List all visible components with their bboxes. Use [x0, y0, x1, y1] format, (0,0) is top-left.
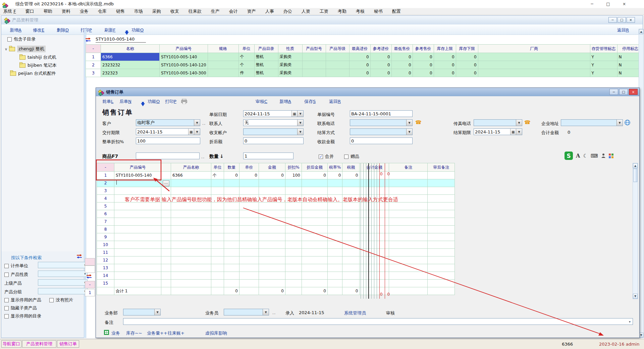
- column-header[interactable]: 性质: [278, 45, 302, 53]
- dropdown-icon[interactable]: ▼: [297, 129, 303, 135]
- table-cell[interactable]: 整机: [254, 61, 278, 69]
- checkbox-icon[interactable]: [4, 314, 9, 318]
- phone-icon[interactable]: ☎: [524, 119, 531, 125]
- product-window-titlebar[interactable]: 产品资料管理: [1, 16, 643, 24]
- table-cell[interactable]: [326, 53, 349, 61]
- scroll-up-button[interactable]: ▲: [633, 163, 638, 168]
- grid-cell[interactable]: [239, 187, 259, 195]
- grid-cell[interactable]: [302, 202, 328, 210]
- grid-cell[interactable]: [285, 264, 302, 272]
- menu-item[interactable]: 窗口: [25, 8, 39, 14]
- table-cell[interactable]: 采购类: [278, 69, 302, 77]
- grid-cell[interactable]: [428, 202, 455, 210]
- grid-cell[interactable]: [285, 280, 302, 287]
- grid-cell[interactable]: [285, 256, 302, 264]
- grid-row[interactable]: 14: [97, 272, 455, 280]
- tree-expand-icon[interactable]: ∨: [5, 47, 7, 51]
- grid-cell[interactable]: [328, 210, 342, 218]
- table-cell[interactable]: 件: [238, 69, 254, 77]
- grid-cell[interactable]: [285, 202, 302, 210]
- table-cell[interactable]: 0: [434, 61, 456, 69]
- table-cell[interactable]: STY1010-005-140-300: [160, 69, 208, 77]
- footer-link-virtual[interactable]: 虚拟库影响: [205, 330, 227, 336]
- grid-cell[interactable]: [239, 256, 259, 264]
- grid-cell[interactable]: [224, 187, 239, 195]
- grid-cell[interactable]: [259, 218, 285, 226]
- menu-item[interactable]: 办公: [283, 8, 297, 14]
- grid-cell[interactable]: [114, 179, 161, 187]
- table-cell[interactable]: 232323: [101, 69, 160, 77]
- grid-cell[interactable]: [259, 256, 285, 264]
- grid-cell[interactable]: [239, 202, 259, 210]
- dialog-minimize-button[interactable]: ─: [609, 89, 618, 95]
- grid-row[interactable]: 5: [97, 202, 455, 210]
- table-cell[interactable]: Y: [590, 61, 617, 69]
- grid-row-number[interactable]: 12: [97, 256, 114, 264]
- column-header[interactable]: 存货管理标志: [590, 45, 617, 53]
- grid-cell[interactable]: [285, 233, 302, 241]
- grid-cell[interactable]: [114, 264, 161, 272]
- column-header[interactable]: 厂商: [478, 45, 590, 53]
- grid-cell[interactable]: [171, 226, 211, 233]
- grid-cell[interactable]: [285, 218, 302, 226]
- grid-cell[interactable]: [224, 280, 239, 287]
- close-button[interactable]: ×: [616, 0, 632, 8]
- dropdown-icon[interactable]: ▼: [263, 309, 269, 315]
- grid-cell[interactable]: [389, 233, 428, 241]
- grid-cell[interactable]: [161, 241, 171, 249]
- menu-item[interactable]: 工资: [320, 8, 333, 14]
- function-button[interactable]: 功能O: [131, 27, 144, 33]
- grid-row[interactable]: 13: [97, 264, 455, 272]
- search-condition-combo[interactable]: ▾: [38, 288, 88, 294]
- grid-cell[interactable]: [302, 249, 328, 256]
- grid-cell[interactable]: [171, 272, 211, 280]
- grid-cell[interactable]: [342, 256, 360, 264]
- grid-cell[interactable]: 0: [328, 172, 342, 179]
- grid-row[interactable]: 6: [97, 210, 455, 218]
- edit-button[interactable]: 修改E: [33, 27, 44, 33]
- grid-cell[interactable]: [328, 179, 342, 187]
- address-combo[interactable]: ▼: [561, 119, 623, 126]
- column-header[interactable]: 产品目录: [254, 45, 278, 53]
- gift-checkbox[interactable]: 赠品: [344, 154, 359, 160]
- menu-item[interactable]: 市场: [134, 8, 148, 14]
- lookup-button[interactable]: …: [163, 180, 169, 186]
- grid-cell[interactable]: [161, 226, 171, 233]
- grid-cell[interactable]: [161, 202, 171, 210]
- table-cell[interactable]: 6366: [101, 53, 160, 61]
- grid-cell[interactable]: [389, 272, 428, 280]
- table-cell[interactable]: 2323232: [101, 61, 160, 69]
- search-option-checkbox[interactable]: 显示停用的目录: [4, 313, 41, 319]
- globe-icon[interactable]: [625, 120, 630, 125]
- grid-cell[interactable]: 个: [211, 172, 224, 179]
- grid-cell[interactable]: [224, 210, 239, 218]
- grid-cell[interactable]: STY1010-005-140: [114, 172, 161, 179]
- grid-row-number[interactable]: 8: [97, 226, 114, 233]
- grid-cell[interactable]: [171, 233, 211, 241]
- grid-cell[interactable]: [239, 264, 259, 272]
- tree-node-label[interactable]: zhengji 整机: [17, 46, 46, 52]
- grid-cell[interactable]: [302, 210, 328, 218]
- grid-cell[interactable]: [285, 272, 302, 280]
- grid-row[interactable]: 15: [97, 280, 455, 287]
- grid-cell[interactable]: [428, 272, 455, 280]
- grid-cell[interactable]: 100: [285, 172, 302, 179]
- table-cell[interactable]: 0: [391, 53, 413, 61]
- table-cell[interactable]: 0: [349, 61, 370, 69]
- printer-icon[interactable]: [181, 99, 187, 104]
- footer-link-inventory[interactable]: 库存~~: [126, 330, 142, 336]
- grid-cell[interactable]: [389, 218, 428, 226]
- dropdown-icon[interactable]: ▼: [406, 129, 412, 135]
- toolbox-grid-icon[interactable]: [609, 154, 613, 158]
- grid-cell[interactable]: [302, 280, 328, 287]
- grid-column-header[interactable]: 税率%: [328, 163, 342, 172]
- grid-cell[interactable]: [285, 226, 302, 233]
- grid-cell[interactable]: [389, 241, 428, 249]
- dropdown-icon[interactable]: ▼: [616, 120, 623, 126]
- column-header[interactable]: 最高进价: [349, 45, 370, 53]
- refresh-button[interactable]: 刷新F: [104, 27, 115, 33]
- grid-cell[interactable]: [114, 226, 161, 233]
- table-cell[interactable]: 0: [391, 61, 413, 69]
- grid-cell[interactable]: [428, 233, 455, 241]
- table-cell[interactable]: [208, 69, 238, 77]
